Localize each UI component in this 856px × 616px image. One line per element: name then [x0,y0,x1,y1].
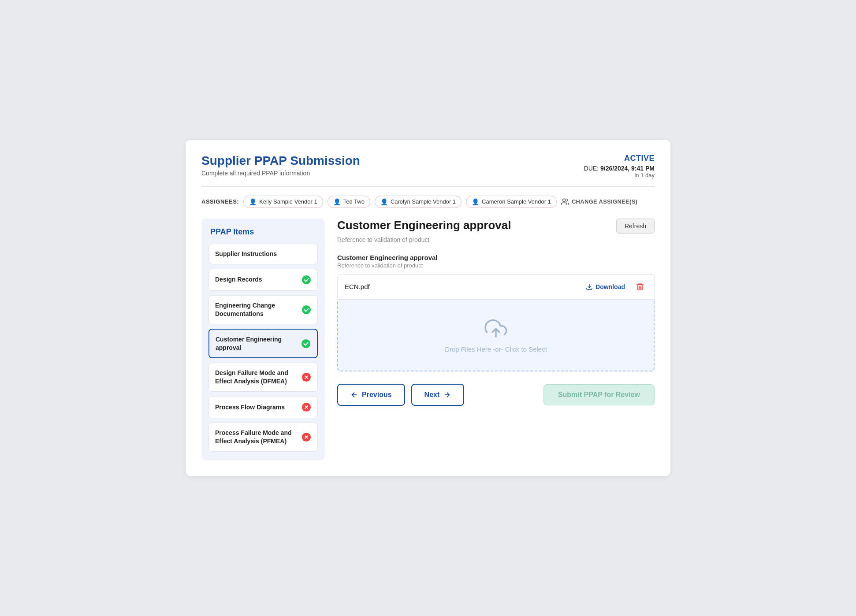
content-header: Customer Engineering approval Refresh [337,219,655,234]
submit-ppap-button[interactable]: Submit PPAP for Review [543,384,655,405]
due-label: DUE: [584,165,599,172]
assignees-label: ASSIGNEES: [201,198,239,205]
sidebar-item-design-records[interactable]: Design Records [208,269,318,291]
svg-point-2 [302,305,311,314]
assignees-row: ASSIGNEES: 👤 Kelly Sample Vendor 1 👤 Ted… [201,196,655,208]
person-icon-1: 👤 [249,198,257,205]
file-actions: Download [582,281,647,293]
previous-label: Previous [362,391,392,399]
previous-arrow-icon [350,391,358,399]
next-button[interactable]: Next [411,384,465,406]
next-arrow-icon [443,391,451,399]
sidebar-title: PPAP Items [208,227,318,237]
sidebar-item-pfmea[interactable]: Process Failure Mode and Effect Analysis… [208,423,318,452]
refresh-button[interactable]: Refresh [616,219,655,234]
check-icon-design-records [301,275,311,285]
download-icon [586,283,593,290]
sidebar-item-label-1: Supplier Instructions [215,250,311,258]
sidebar-item-customer-engineering[interactable]: Customer Engineering approval [208,329,318,359]
sidebar-item-process-flow[interactable]: Process Flow Diagrams [208,396,318,418]
next-label: Next [424,391,440,399]
svg-point-0 [563,199,566,201]
assignee-name-2: Ted Two [343,198,365,205]
page-title: Supplier PPAP Submission [201,154,360,168]
assignee-name-1: Kelly Sample Vendor 1 [259,198,317,205]
assignee-chip-2: 👤 Ted Two [328,196,370,208]
change-assignees-icon [561,198,569,206]
sidebar-item-label-2: Design Records [215,275,298,284]
due-date: DUE: 9/26/2024, 9:41 PM [584,165,655,172]
header-divider [201,186,655,187]
file-name: ECN.pdf [345,283,370,290]
assignee-name-3: Carolyn Sample Vendor 1 [391,198,456,205]
person-icon-2: 👤 [333,198,341,205]
content-title: Customer Engineering approval [337,219,511,232]
assignee-chip-4: 👤 Cameron Sample Vendor 1 [466,196,557,208]
person-icon-4: 👤 [472,198,479,205]
previous-button[interactable]: Previous [337,384,405,406]
upload-icon [484,317,507,340]
header-right: ACTIVE DUE: 9/26/2024, 9:41 PM in 1 day [584,154,655,178]
content-subtitle: Reference to validation of product [337,236,655,243]
file-item: ECN.pdf Download [337,274,655,300]
drop-zone[interactable]: Drop Files Here -or- Click to Select [337,300,655,371]
navigation-buttons: Previous Next Submit PPAP for Review [337,384,655,406]
main-card: Supplier PPAP Submission Complete all re… [186,140,670,476]
status-badge: ACTIVE [584,154,655,163]
change-assignees-button[interactable]: CHANGE ASSIGNEE(S) [561,198,637,206]
due-date-value: 9/26/2024, 9:41 PM [600,165,655,172]
sidebar-item-label-5: Design Failure Mode and Effect Analysis … [215,369,298,386]
file-section-desc: Reference to validation of product [337,262,655,269]
content-area: Customer Engineering approval Refresh Re… [337,219,655,406]
sidebar-item-label-6: Process Flow Diagrams [215,403,298,412]
person-icon-3: 👤 [380,198,388,205]
check-icon-customer-engineering [301,339,311,349]
svg-point-3 [301,339,310,348]
ppap-sidebar: PPAP Items Supplier Instructions Design … [201,219,325,460]
trash-icon [636,282,644,291]
error-icon-pfmea [301,432,311,442]
drop-zone-text: Drop Files Here -or- Click to Select [445,345,547,353]
assignee-name-4: Cameron Sample Vendor 1 [482,198,551,205]
assignee-chip: 👤 Kelly Sample Vendor 1 [243,196,323,208]
sidebar-item-engineering-change[interactable]: Engineering Change Documentations [208,295,318,324]
change-assignees-label: CHANGE ASSIGNEE(S) [572,198,637,205]
sidebar-item-label-3: Engineering Change Documentations [215,301,298,318]
file-section-label: Customer Engineering approval [337,254,655,261]
delete-file-button[interactable] [633,281,647,293]
sidebar-item-label-7: Process Failure Mode and Effect Analysis… [215,429,298,445]
error-icon-dfmea [301,372,311,382]
svg-point-1 [302,275,311,284]
check-icon-engineering-change [301,305,311,315]
sidebar-item-label-4: Customer Engineering approval [216,335,298,352]
header-left: Supplier PPAP Submission Complete all re… [201,154,360,177]
assignee-chip-3: 👤 Carolyn Sample Vendor 1 [375,196,461,208]
download-button[interactable]: Download [582,282,629,292]
page-subtitle: Complete all required PPAP information [201,170,360,177]
sidebar-item-dfmea[interactable]: Design Failure Mode and Effect Analysis … [208,363,318,392]
error-icon-process-flow [301,402,311,412]
main-layout: PPAP Items Supplier Instructions Design … [201,219,655,460]
in-time: in 1 day [584,172,655,178]
sidebar-item-supplier-instructions[interactable]: Supplier Instructions [208,244,318,264]
page-header: Supplier PPAP Submission Complete all re… [201,154,655,178]
download-label: Download [595,283,625,290]
